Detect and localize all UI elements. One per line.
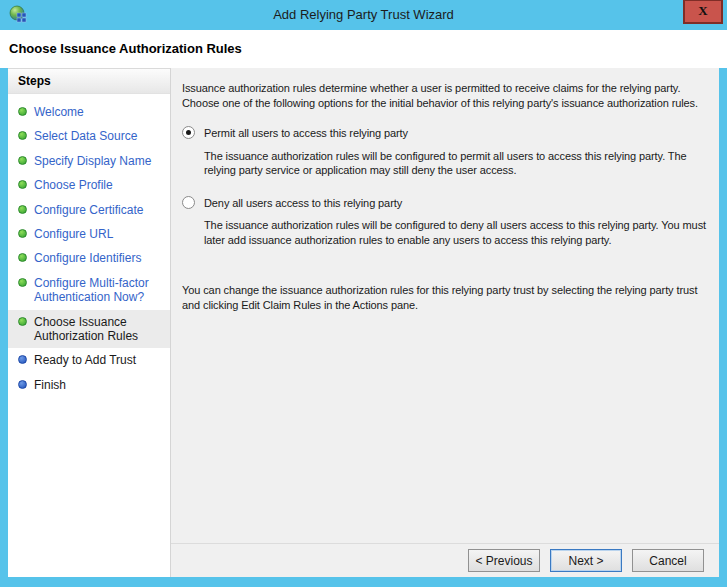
step-item-configure-certificate[interactable]: Configure Certificate bbox=[8, 198, 170, 222]
step-label: Welcome bbox=[34, 105, 84, 119]
step-current-bullet-icon bbox=[18, 317, 27, 326]
step-completed-bullet-icon bbox=[18, 229, 27, 238]
titlebar: Add Relying Party Trust Wizard X bbox=[0, 0, 727, 30]
step-completed-bullet-icon bbox=[18, 107, 27, 116]
steps-header: Steps bbox=[8, 68, 170, 94]
step-upcoming-bullet-icon bbox=[18, 355, 27, 364]
steps-sidebar: Steps Welcome Select Data Source Specify… bbox=[8, 68, 171, 577]
step-upcoming-bullet-icon bbox=[18, 380, 27, 389]
step-completed-bullet-icon bbox=[18, 205, 27, 214]
step-label: Finish bbox=[34, 378, 66, 392]
step-completed-bullet-icon bbox=[18, 131, 27, 140]
step-item-configure-url[interactable]: Configure URL bbox=[8, 222, 170, 246]
step-item-welcome[interactable]: Welcome bbox=[8, 100, 170, 124]
step-item-finish: Finish bbox=[8, 373, 170, 397]
content-pane: Issuance authorization rules determine w… bbox=[171, 68, 719, 577]
page-title: Choose Issuance Authorization Rules bbox=[0, 30, 727, 56]
radio-selected-icon[interactable] bbox=[182, 126, 195, 139]
step-label: Configure Identifiers bbox=[34, 251, 141, 265]
step-item-configure-identifiers[interactable]: Configure Identifiers bbox=[8, 246, 170, 270]
header-band: Choose Issuance Authorization Rules bbox=[0, 30, 727, 68]
radio-permit-label: Permit all users to access this relying … bbox=[204, 126, 408, 141]
step-completed-bullet-icon bbox=[18, 180, 27, 189]
step-label: Choose Issuance Authorization Rules bbox=[34, 315, 164, 344]
step-completed-bullet-icon bbox=[18, 253, 27, 262]
step-item-select-data-source[interactable]: Select Data Source bbox=[8, 124, 170, 148]
step-label: Ready to Add Trust bbox=[34, 353, 136, 367]
radio-unselected-icon[interactable] bbox=[182, 196, 195, 209]
previous-button[interactable]: < Previous bbox=[468, 549, 540, 572]
option-deny: Deny all users access to this relying pa… bbox=[182, 196, 707, 248]
wizard-window: Add Relying Party Trust Wizard X Choose … bbox=[0, 0, 727, 587]
step-completed-bullet-icon bbox=[18, 156, 27, 165]
step-label: Choose Profile bbox=[34, 178, 113, 192]
intro-line-2: Choose one of the following options for … bbox=[182, 96, 707, 111]
step-item-choose-profile[interactable]: Choose Profile bbox=[8, 173, 170, 197]
change-rules-note: You can change the issuance authorizatio… bbox=[182, 283, 702, 312]
button-bar: < Previous Next > Cancel bbox=[171, 543, 719, 577]
deny-description: The issuance authorization rules will be… bbox=[204, 218, 707, 247]
steps-list: Welcome Select Data Source Specify Displ… bbox=[8, 94, 170, 397]
step-item-choose-issuance-authorization-rules[interactable]: Choose Issuance Authorization Rules bbox=[8, 310, 170, 349]
permit-description: The issuance authorization rules will be… bbox=[204, 149, 707, 178]
intro-text: Issuance authorization rules determine w… bbox=[182, 81, 707, 110]
option-permit: Permit all users to access this relying … bbox=[182, 126, 707, 178]
cancel-button[interactable]: Cancel bbox=[632, 549, 704, 572]
radio-deny-all-users[interactable]: Deny all users access to this relying pa… bbox=[182, 196, 707, 211]
step-label: Configure Multi-factor Authentication No… bbox=[34, 276, 164, 305]
step-label: Specify Display Name bbox=[34, 154, 151, 168]
step-label: Configure URL bbox=[34, 227, 113, 241]
radio-deny-label: Deny all users access to this relying pa… bbox=[204, 196, 402, 211]
step-item-specify-display-name[interactable]: Specify Display Name bbox=[8, 149, 170, 173]
radio-permit-all-users[interactable]: Permit all users to access this relying … bbox=[182, 126, 707, 141]
step-item-configure-multifactor[interactable]: Configure Multi-factor Authentication No… bbox=[8, 271, 170, 310]
close-button[interactable]: X bbox=[683, 0, 723, 24]
step-label: Select Data Source bbox=[34, 129, 137, 143]
body-area: Steps Welcome Select Data Source Specify… bbox=[8, 68, 719, 577]
next-button[interactable]: Next > bbox=[550, 549, 622, 572]
window-title: Add Relying Party Trust Wizard bbox=[0, 7, 727, 22]
step-label: Configure Certificate bbox=[34, 203, 143, 217]
step-item-ready-to-add-trust: Ready to Add Trust bbox=[8, 348, 170, 372]
close-icon: X bbox=[698, 3, 707, 18]
step-completed-bullet-icon bbox=[18, 278, 27, 287]
intro-line-1: Issuance authorization rules determine w… bbox=[182, 81, 707, 96]
